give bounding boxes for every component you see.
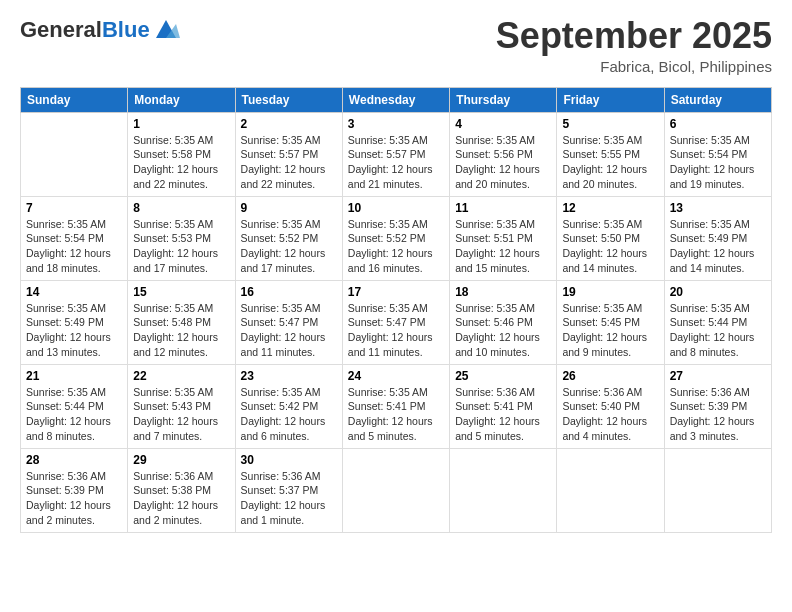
calendar-week-row-3: 14Sunrise: 5:35 AM Sunset: 5:49 PM Dayli… (21, 280, 772, 364)
calendar-cell: 8Sunrise: 5:35 AM Sunset: 5:53 PM Daylig… (128, 196, 235, 280)
day-number: 26 (562, 369, 658, 383)
calendar-cell: 17Sunrise: 5:35 AM Sunset: 5:47 PM Dayli… (342, 280, 449, 364)
calendar-cell: 7Sunrise: 5:35 AM Sunset: 5:54 PM Daylig… (21, 196, 128, 280)
calendar-cell: 13Sunrise: 5:35 AM Sunset: 5:49 PM Dayli… (664, 196, 771, 280)
day-info: Sunrise: 5:36 AM Sunset: 5:39 PM Dayligh… (670, 385, 766, 444)
day-number: 12 (562, 201, 658, 215)
day-info: Sunrise: 5:35 AM Sunset: 5:42 PM Dayligh… (241, 385, 337, 444)
calendar-cell: 11Sunrise: 5:35 AM Sunset: 5:51 PM Dayli… (450, 196, 557, 280)
month-title: September 2025 (496, 16, 772, 56)
day-number: 15 (133, 285, 229, 299)
calendar-cell: 3Sunrise: 5:35 AM Sunset: 5:57 PM Daylig… (342, 112, 449, 196)
day-info: Sunrise: 5:35 AM Sunset: 5:52 PM Dayligh… (241, 217, 337, 276)
day-info: Sunrise: 5:35 AM Sunset: 5:43 PM Dayligh… (133, 385, 229, 444)
day-number: 24 (348, 369, 444, 383)
calendar-cell: 23Sunrise: 5:35 AM Sunset: 5:42 PM Dayli… (235, 364, 342, 448)
calendar-cell (21, 112, 128, 196)
col-sunday: Sunday (21, 87, 128, 112)
day-info: Sunrise: 5:36 AM Sunset: 5:41 PM Dayligh… (455, 385, 551, 444)
day-info: Sunrise: 5:35 AM Sunset: 5:58 PM Dayligh… (133, 133, 229, 192)
col-saturday: Saturday (664, 87, 771, 112)
day-number: 1 (133, 117, 229, 131)
day-info: Sunrise: 5:35 AM Sunset: 5:53 PM Dayligh… (133, 217, 229, 276)
day-number: 16 (241, 285, 337, 299)
calendar-cell (450, 448, 557, 532)
day-info: Sunrise: 5:35 AM Sunset: 5:49 PM Dayligh… (26, 301, 122, 360)
calendar-cell: 20Sunrise: 5:35 AM Sunset: 5:44 PM Dayli… (664, 280, 771, 364)
day-info: Sunrise: 5:35 AM Sunset: 5:54 PM Dayligh… (26, 217, 122, 276)
header: GeneralBlue September 2025 Fabrica, Bico… (20, 16, 772, 75)
day-info: Sunrise: 5:35 AM Sunset: 5:48 PM Dayligh… (133, 301, 229, 360)
calendar-cell: 12Sunrise: 5:35 AM Sunset: 5:50 PM Dayli… (557, 196, 664, 280)
day-number: 11 (455, 201, 551, 215)
calendar-cell: 19Sunrise: 5:35 AM Sunset: 5:45 PM Dayli… (557, 280, 664, 364)
day-info: Sunrise: 5:35 AM Sunset: 5:57 PM Dayligh… (241, 133, 337, 192)
calendar-cell: 4Sunrise: 5:35 AM Sunset: 5:56 PM Daylig… (450, 112, 557, 196)
day-info: Sunrise: 5:35 AM Sunset: 5:49 PM Dayligh… (670, 217, 766, 276)
calendar-cell: 25Sunrise: 5:36 AM Sunset: 5:41 PM Dayli… (450, 364, 557, 448)
logo-icon (152, 16, 180, 44)
calendar-cell: 18Sunrise: 5:35 AM Sunset: 5:46 PM Dayli… (450, 280, 557, 364)
col-friday: Friday (557, 87, 664, 112)
calendar-cell (557, 448, 664, 532)
day-number: 23 (241, 369, 337, 383)
day-number: 3 (348, 117, 444, 131)
day-info: Sunrise: 5:35 AM Sunset: 5:46 PM Dayligh… (455, 301, 551, 360)
calendar-cell (664, 448, 771, 532)
day-info: Sunrise: 5:35 AM Sunset: 5:44 PM Dayligh… (670, 301, 766, 360)
day-info: Sunrise: 5:35 AM Sunset: 5:55 PM Dayligh… (562, 133, 658, 192)
page: GeneralBlue September 2025 Fabrica, Bico… (0, 0, 792, 612)
calendar-week-row-1: 1Sunrise: 5:35 AM Sunset: 5:58 PM Daylig… (21, 112, 772, 196)
calendar-cell: 26Sunrise: 5:36 AM Sunset: 5:40 PM Dayli… (557, 364, 664, 448)
logo-general-text: General (20, 17, 102, 42)
calendar-cell: 24Sunrise: 5:35 AM Sunset: 5:41 PM Dayli… (342, 364, 449, 448)
day-number: 20 (670, 285, 766, 299)
day-number: 18 (455, 285, 551, 299)
day-info: Sunrise: 5:36 AM Sunset: 5:39 PM Dayligh… (26, 469, 122, 528)
day-number: 13 (670, 201, 766, 215)
day-number: 5 (562, 117, 658, 131)
calendar-cell: 16Sunrise: 5:35 AM Sunset: 5:47 PM Dayli… (235, 280, 342, 364)
calendar-cell (342, 448, 449, 532)
calendar-cell: 9Sunrise: 5:35 AM Sunset: 5:52 PM Daylig… (235, 196, 342, 280)
calendar-cell: 21Sunrise: 5:35 AM Sunset: 5:44 PM Dayli… (21, 364, 128, 448)
day-number: 6 (670, 117, 766, 131)
calendar-cell: 15Sunrise: 5:35 AM Sunset: 5:48 PM Dayli… (128, 280, 235, 364)
calendar-week-row-4: 21Sunrise: 5:35 AM Sunset: 5:44 PM Dayli… (21, 364, 772, 448)
col-thursday: Thursday (450, 87, 557, 112)
day-number: 14 (26, 285, 122, 299)
subtitle: Fabrica, Bicol, Philippines (496, 58, 772, 75)
day-number: 25 (455, 369, 551, 383)
calendar-week-row-2: 7Sunrise: 5:35 AM Sunset: 5:54 PM Daylig… (21, 196, 772, 280)
day-number: 2 (241, 117, 337, 131)
calendar-cell: 28Sunrise: 5:36 AM Sunset: 5:39 PM Dayli… (21, 448, 128, 532)
calendar-cell: 22Sunrise: 5:35 AM Sunset: 5:43 PM Dayli… (128, 364, 235, 448)
calendar-cell: 10Sunrise: 5:35 AM Sunset: 5:52 PM Dayli… (342, 196, 449, 280)
day-number: 9 (241, 201, 337, 215)
day-info: Sunrise: 5:36 AM Sunset: 5:37 PM Dayligh… (241, 469, 337, 528)
day-info: Sunrise: 5:35 AM Sunset: 5:50 PM Dayligh… (562, 217, 658, 276)
day-info: Sunrise: 5:35 AM Sunset: 5:54 PM Dayligh… (670, 133, 766, 192)
calendar-cell: 29Sunrise: 5:36 AM Sunset: 5:38 PM Dayli… (128, 448, 235, 532)
day-info: Sunrise: 5:35 AM Sunset: 5:56 PM Dayligh… (455, 133, 551, 192)
calendar: Sunday Monday Tuesday Wednesday Thursday… (20, 87, 772, 533)
day-number: 28 (26, 453, 122, 467)
logo: GeneralBlue (20, 16, 180, 44)
calendar-cell: 14Sunrise: 5:35 AM Sunset: 5:49 PM Dayli… (21, 280, 128, 364)
calendar-cell: 6Sunrise: 5:35 AM Sunset: 5:54 PM Daylig… (664, 112, 771, 196)
day-number: 21 (26, 369, 122, 383)
col-tuesday: Tuesday (235, 87, 342, 112)
day-info: Sunrise: 5:35 AM Sunset: 5:41 PM Dayligh… (348, 385, 444, 444)
day-info: Sunrise: 5:35 AM Sunset: 5:45 PM Dayligh… (562, 301, 658, 360)
day-info: Sunrise: 5:35 AM Sunset: 5:47 PM Dayligh… (348, 301, 444, 360)
calendar-week-row-5: 28Sunrise: 5:36 AM Sunset: 5:39 PM Dayli… (21, 448, 772, 532)
calendar-header-row: Sunday Monday Tuesday Wednesday Thursday… (21, 87, 772, 112)
day-info: Sunrise: 5:36 AM Sunset: 5:38 PM Dayligh… (133, 469, 229, 528)
day-number: 29 (133, 453, 229, 467)
day-number: 22 (133, 369, 229, 383)
calendar-cell: 27Sunrise: 5:36 AM Sunset: 5:39 PM Dayli… (664, 364, 771, 448)
calendar-cell: 2Sunrise: 5:35 AM Sunset: 5:57 PM Daylig… (235, 112, 342, 196)
day-info: Sunrise: 5:35 AM Sunset: 5:44 PM Dayligh… (26, 385, 122, 444)
day-info: Sunrise: 5:35 AM Sunset: 5:57 PM Dayligh… (348, 133, 444, 192)
day-number: 7 (26, 201, 122, 215)
